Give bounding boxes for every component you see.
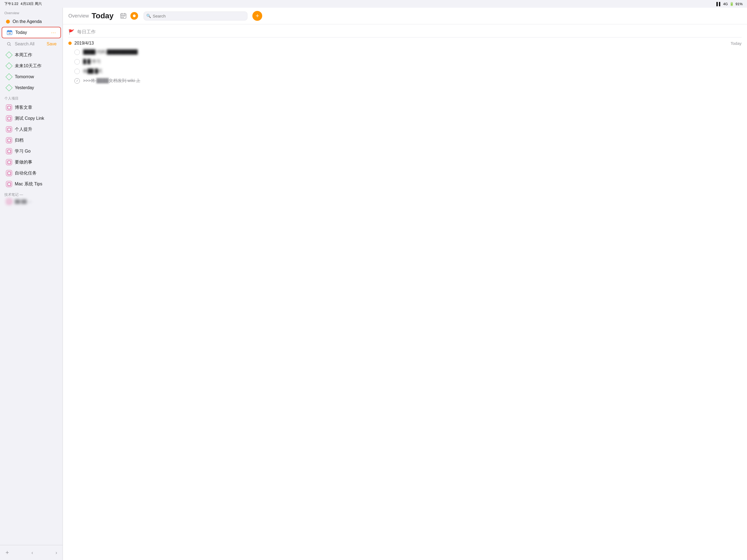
- project-icon-personal-growth: [6, 126, 12, 132]
- main-header: Overview Today 🔍: [63, 8, 747, 24]
- sidebar-item-archive[interactable]: 归档: [2, 135, 61, 146]
- archive-label: 归档: [15, 137, 57, 143]
- copy-link-label: 测试 Copy Link: [15, 116, 57, 121]
- sidebar-item-yesterday[interactable]: Yesterday: [2, 82, 61, 93]
- add-task-icon: +: [256, 12, 259, 19]
- project-icon-learn-go: [6, 148, 12, 154]
- svg-rect-8: [8, 117, 11, 120]
- sidebar-item-blog[interactable]: 博客文章: [2, 102, 61, 113]
- svg-rect-11: [8, 150, 11, 153]
- add-task-button[interactable]: +: [252, 11, 262, 21]
- status-bar: 下午1:22 4月13日 周六 ▌▌ 4G 🔋 91%: [0, 0, 747, 8]
- date-today-label: Today: [730, 41, 742, 46]
- calendar-view-button[interactable]: [119, 11, 128, 20]
- task-group-header: 🚩 每日工作: [68, 29, 742, 37]
- main-content: Overview Today 🔍: [63, 8, 747, 560]
- date-row: 2019/4/13 Today: [68, 41, 742, 46]
- today-indicator-button[interactable]: [130, 12, 138, 20]
- status-bar-right: ▌▌ 4G 🔋 91%: [716, 2, 743, 6]
- time-display: 下午1:22: [4, 1, 18, 6]
- sidebar-item-mac-tips[interactable]: Mac 系统 Tips: [2, 179, 61, 189]
- on-the-agenda-label: On the Agenda: [12, 19, 57, 24]
- task-checkbox-1[interactable]: [74, 50, 80, 55]
- sidebar: Overview On the Agenda 13 Today ···: [0, 8, 63, 560]
- task-list: 🚩 每日工作 2019/4/13 Today ████ 代码 █████████…: [63, 24, 747, 560]
- sidebar-item-automation[interactable]: 自动化任务: [2, 168, 61, 178]
- save-button[interactable]: Save: [47, 42, 57, 47]
- sidebar-item-this-week[interactable]: 本周工作: [2, 50, 61, 60]
- sidebar-search-row: Search All Save: [2, 39, 61, 49]
- task-checkbox-3[interactable]: [74, 69, 80, 74]
- svg-rect-12: [8, 161, 11, 164]
- task-item: >>>将 ████文档发到 wiki 上: [68, 76, 742, 85]
- battery-icon: 🔋: [729, 2, 734, 6]
- next-10days-label: 未来10天工作: [15, 63, 57, 69]
- tomorrow-label: Tomorrow: [15, 74, 57, 79]
- project-icon-blog: [6, 104, 12, 110]
- sidebar-item-copy-link[interactable]: 测试 Copy Link: [2, 113, 61, 124]
- date-text: 2019/4/13: [74, 41, 730, 46]
- svg-rect-23: [121, 17, 122, 18]
- task-item: 收██ █式: [68, 67, 742, 76]
- sidebar-item-on-the-agenda[interactable]: On the Agenda: [2, 17, 61, 26]
- sidebar-item-learn-go[interactable]: 学习 Go: [2, 146, 61, 156]
- diamond-green-icon-2: [5, 62, 12, 69]
- next-nav-button[interactable]: ›: [54, 549, 58, 557]
- diamond-green-icon-3: [5, 73, 12, 80]
- tech-section-header: 技术笔记 —: [0, 189, 62, 198]
- svg-rect-9: [8, 128, 11, 131]
- project-icon-tech: [6, 199, 12, 205]
- sidebar-item-todo[interactable]: 要做的事: [2, 157, 61, 167]
- sidebar-item-tomorrow[interactable]: Tomorrow: [2, 72, 61, 82]
- svg-line-6: [10, 45, 11, 46]
- search-bar-icon: 🔍: [146, 14, 151, 18]
- sidebar-item-personal-growth[interactable]: 个人提升: [2, 124, 61, 134]
- personal-section-header: 个人项目: [0, 93, 62, 102]
- network-type: 4G: [723, 2, 728, 6]
- task-text-2: █ █ 学习: [83, 59, 101, 65]
- diamond-green-icon-4: [5, 84, 12, 91]
- svg-rect-10: [8, 139, 11, 142]
- tech-item-label: ██·██ —: [15, 199, 31, 204]
- learn-go-label: 学习 Go: [15, 149, 57, 154]
- project-icon-copy-link: [6, 116, 12, 121]
- sidebar-item-today[interactable]: 13 Today ···: [2, 27, 61, 38]
- today-dots: ···: [51, 30, 56, 35]
- this-week-label: 本周工作: [15, 52, 57, 58]
- svg-rect-14: [8, 183, 11, 186]
- task-item: ████ 代码 ██████████: [68, 47, 742, 57]
- date-display: 4月13日 周六: [21, 1, 42, 6]
- tech-item-blurred[interactable]: ██·██ —: [2, 198, 61, 205]
- svg-rect-22: [124, 16, 125, 17]
- mac-tips-label: Mac 系统 Tips: [15, 181, 57, 187]
- breadcrumb: Overview: [68, 13, 89, 19]
- battery-level: 91%: [736, 2, 743, 6]
- search-all-label: Search All: [15, 42, 34, 47]
- search-bar: 🔍: [144, 11, 248, 21]
- search-input[interactable]: [144, 11, 248, 21]
- yesterday-label: Yesterday: [15, 85, 57, 90]
- svg-rect-15: [8, 200, 11, 203]
- svg-text:13: 13: [8, 32, 11, 34]
- project-icon-todo: [6, 159, 12, 165]
- signal-icon: ▌▌: [716, 2, 721, 6]
- project-icon-archive: [6, 137, 12, 143]
- today-label: Today: [15, 30, 48, 35]
- task-checkbox-4[interactable]: [74, 78, 80, 84]
- dot-orange-icon: [6, 20, 10, 24]
- date-dot-icon: [68, 42, 72, 45]
- search-icon: [6, 41, 12, 47]
- sidebar-overview-label: Overview: [0, 8, 62, 17]
- automation-label: 自动化任务: [15, 170, 57, 176]
- todo-label: 要做的事: [15, 159, 57, 165]
- task-checkbox-2[interactable]: [74, 59, 80, 65]
- sidebar-item-next-10days[interactable]: 未来10天工作: [2, 61, 61, 71]
- task-text-1: ████ 代码 ██████████: [83, 49, 138, 55]
- add-project-button[interactable]: +: [4, 548, 10, 557]
- status-bar-left: 下午1:22 4月13日 周六: [4, 1, 42, 6]
- flag-icon: 🚩: [68, 29, 74, 35]
- svg-rect-20: [121, 16, 122, 17]
- task-item: █ █ 学习: [68, 57, 742, 67]
- prev-nav-button[interactable]: ‹: [30, 549, 34, 557]
- blog-label: 博客文章: [15, 105, 57, 110]
